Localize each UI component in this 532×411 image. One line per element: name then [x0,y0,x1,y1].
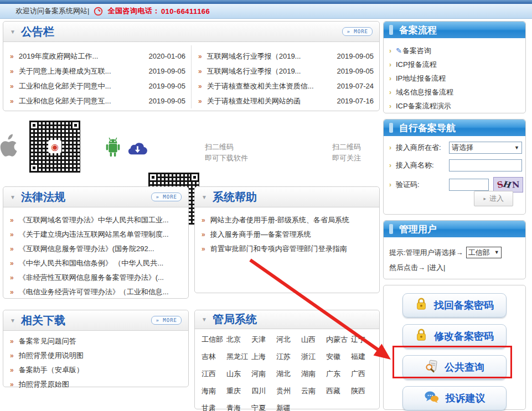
arrow-bullet-icon: » [10,381,14,388]
nav-title: 自行备案导航 [399,122,456,134]
bureau-link[interactable]: 安徽 [326,352,351,362]
miit-logo-icon: ◉ [48,140,61,153]
announcement-item[interactable]: » 互联网域名行业季报（2019... 2019-09-05 [198,49,374,64]
bureau-link[interactable]: 辽宁 [351,335,376,345]
announcements-more-button[interactable]: » MORE [342,27,373,36]
help-link[interactable]: »前置审批部门和专项内容管理部门登录指南 [202,242,374,256]
phone-label: 全国咨询电话： [107,6,160,16]
bureau-link[interactable]: 贵州 [276,386,301,396]
law-link[interactable]: »《互联网域名管理办法》中华人民共和国工业... [10,213,183,227]
qr-follow-caption: 扫二维码 即可关注 [332,142,361,164]
announcement-item[interactable]: » 工业和信息化部关于同意中... 2019-09-05 [10,79,185,93]
bureau-link[interactable]: 四川 [251,386,276,396]
bureau-link[interactable]: 江苏 [276,352,301,362]
announcement-item[interactable]: » 工业和信息化部关于同意互... 2019-09-05 [10,93,185,108]
bureau-link[interactable]: 宁夏 [251,403,276,411]
admin-select-value: 工信部 [468,245,490,260]
captcha-label: 验证码: [396,180,449,190]
public-query-button[interactable]: 公共查询 [402,355,507,379]
qr-code-ios: ◉ [29,121,80,173]
bureau-link[interactable]: 内蒙古 [326,335,351,345]
province-select[interactable]: 请选择 ▼ [449,142,522,154]
isp-name-input[interactable] [449,159,522,171]
downloads-more-button[interactable]: » MORE [151,316,182,325]
arrow-bullet-icon: » [10,274,14,282]
triangle-icon: ▼ [10,194,16,200]
complaint-suggestion-label: 投诉建议 [446,392,485,405]
nav-enter-button[interactable]: ▸ 进入 [474,191,513,206]
laws-panel: ▼ 法律法规 » MORE »《互联网域名管理办法》中华人民共和国工业... »… [3,186,189,299]
bureau-link[interactable]: 海南 [202,386,226,396]
law-link[interactable]: »《关于建立境内违法互联网站黑名单管理制度... [10,227,183,242]
announcement-date: 2020-01-06 [149,52,186,60]
announcement-item[interactable]: » 关于请核查整改相关主体资质信... 2019-07-24 [198,79,374,93]
bureau-link[interactable]: 湖南 [301,369,326,379]
download-link[interactable]: »备案助手（安卓版） [10,363,183,377]
bureau-link[interactable]: 福建 [351,352,376,362]
process-link-text: IP地址报备流程 [396,74,446,84]
laws-header: ▼ 法律法规 » MORE [3,187,188,207]
download-link[interactable]: »拍照背景原始图 [10,377,183,392]
bureau-link[interactable]: 上海 [251,352,276,362]
bureau-link[interactable]: 河北 [276,335,301,345]
announcement-item[interactable]: » 关于请核查处理相关网站的函 2019-07-16 [198,93,374,108]
captcha-image[interactable]: S H N [493,177,523,193]
bureau-link[interactable]: 甘肃 [202,403,226,411]
announcement-item[interactable]: » 关于同意上海美橙成为互联... 2019-09-05 [10,64,185,79]
process-title: 备案流程 [399,24,437,37]
admin-user-select[interactable]: 工信部 ▼ [466,247,502,258]
bureau-link[interactable]: 青海 [226,403,251,411]
bureau-link[interactable]: 山西 [301,335,326,345]
bureau-link[interactable]: 工信部 [202,335,226,345]
process-link[interactable]: ›ICP备案流程演示 [389,99,521,113]
announcement-title-text: 互联网域名行业季报（2019... [207,51,301,61]
bureau-link[interactable]: 天津 [251,335,276,345]
downloads-panel: ▼ 相关下载 » MORE »备案常见问题问答 »拍照背景使用说明图 »备案助手… [3,310,189,387]
captcha-input[interactable] [449,179,489,191]
bureau-link[interactable]: 广东 [326,369,351,379]
law-link[interactable]: »《电信业务经营许可管理办法》（工业和信息... [10,285,183,299]
bureau-link[interactable]: 重庆 [226,386,251,396]
law-link[interactable]: »《非经营性互联网信息服务备案管理办法》(... [10,270,183,285]
triangle-icon: ▼ [202,316,207,322]
arrow-bullet-icon: » [198,97,202,105]
announcement-item[interactable]: » 2019年度政府网站工作... 2020-01-06 [10,49,185,64]
announcement-item[interactable]: » 互联网域名行业季报（2019... 2019-09-05 [198,64,374,79]
pencil-icon: ✎ [396,46,402,55]
announcement-title-text: 2019年度政府网站工作... [19,51,99,61]
help-link-text: 接入服务商手册—备案管理系统 [210,230,311,240]
laws-more-button[interactable]: » MORE [151,193,182,201]
bureau-link[interactable]: 云南 [301,386,326,396]
bureau-link[interactable]: 陕西 [351,386,376,396]
process-link[interactable]: ›IP地址报备流程 [389,71,521,85]
bureau-link[interactable]: 河南 [251,369,276,379]
recover-password-button[interactable]: 找回备案密码 [402,293,507,318]
process-link[interactable]: ›域名信息报备流程 [389,85,521,99]
bureau-link[interactable]: 新疆 [276,403,301,411]
complaint-suggestion-button[interactable]: 投诉建议 [402,386,507,410]
law-link[interactable]: »《中华人民共和国电信条例》 （中华人民共... [10,256,183,270]
bureau-link[interactable]: 山东 [226,369,251,379]
admin-enter-link[interactable]: |进入| [427,263,446,272]
bureau-link[interactable]: 湖北 [276,369,301,379]
bureau-link[interactable]: 江西 [202,369,226,379]
bureau-link[interactable]: 广西 [351,369,376,379]
nav-enter-label: 进入 [489,194,504,204]
welcome-text: 欢迎访问备案系统网站| [16,6,89,16]
law-link[interactable]: »《互联网信息服务管理办法》(国务院292... [10,242,183,256]
change-password-button[interactable]: 修改备案密码 [402,324,507,348]
download-link-text: 拍照背景使用说明图 [19,351,84,361]
process-link[interactable]: ›✎备案咨询 [389,44,521,58]
download-link[interactable]: »拍照背景使用说明图 [10,348,183,363]
bureau-link[interactable]: 黑龙江 [226,352,251,362]
process-link[interactable]: ›ICP报备流程 [389,58,521,71]
bureau-link[interactable]: 西藏 [326,386,351,396]
bureau-link[interactable]: 北京 [226,335,251,345]
help-link[interactable]: »接入服务商手册—备案管理系统 [202,227,374,242]
help-link[interactable]: »网站主办者使用手册-部级系统、各省局系统 [202,213,374,227]
bureau-link[interactable]: 吉林 [202,352,226,362]
bureau-link[interactable]: 浙江 [301,352,326,362]
chevron-down-icon: ▼ [494,245,499,260]
announcements-title: 公告栏 [21,24,54,39]
download-link[interactable]: »备案常见问题问答 [10,334,183,348]
